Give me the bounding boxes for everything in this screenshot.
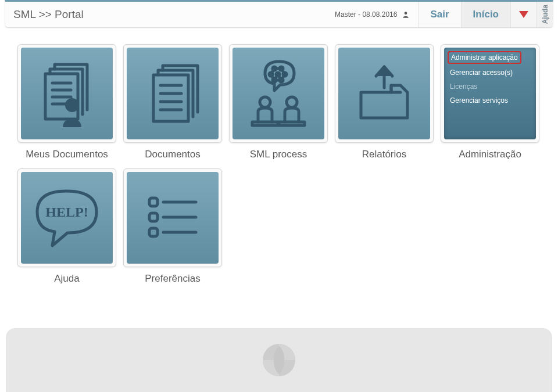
breadcrumb: SML >> Portal xyxy=(5,2,92,27)
svg-rect-28 xyxy=(279,122,305,125)
svg-point-0 xyxy=(405,12,407,15)
svg-rect-34 xyxy=(149,228,158,236)
preferences-icon xyxy=(138,183,208,253)
tile-administracao[interactable]: Administrar aplicação Gerenciar acesso(s… xyxy=(441,44,539,143)
tile-label: SML process xyxy=(250,149,307,160)
svg-text:HELP!: HELP! xyxy=(45,204,88,220)
footer-logo-icon xyxy=(262,343,296,377)
tile-label: Relatórios xyxy=(362,149,407,160)
chevron-down-icon xyxy=(519,11,528,18)
user-badge: Master - 08.08.2016 xyxy=(327,2,418,27)
admin-menu: Administrar aplicação Gerenciar acesso(s… xyxy=(444,48,536,139)
admin-item-licencas[interactable]: Licenças xyxy=(448,81,480,92)
svg-point-27 xyxy=(287,97,297,107)
tile-label: Documentos xyxy=(145,149,200,160)
tile-relatorios[interactable] xyxy=(335,44,434,143)
svg-point-5 xyxy=(65,98,79,112)
logout-button[interactable]: Sair xyxy=(418,2,460,27)
admin-item-gerenciar-acessos[interactable]: Gerenciar acesso(s) xyxy=(448,67,515,78)
tile-ajuda[interactable]: HELP! xyxy=(17,168,116,267)
svg-rect-30 xyxy=(149,198,158,206)
tile-sml-process[interactable] xyxy=(229,44,328,143)
admin-item-administrar-aplicacao[interactable]: Administrar aplicação xyxy=(448,51,521,64)
tile-label: Ajuda xyxy=(54,273,79,285)
user-icon xyxy=(402,10,410,19)
footer xyxy=(6,328,552,392)
process-icon xyxy=(241,56,316,131)
user-label: Master - 08.08.2016 xyxy=(335,10,397,19)
admin-item-gerenciar-servicos[interactable]: Gerenciar serviços xyxy=(448,95,510,106)
app-header: SML >> Portal Master - 08.08.2016 Sair I… xyxy=(5,0,553,28)
svg-point-25 xyxy=(260,97,270,107)
documents-icon xyxy=(141,59,205,128)
help-tab-label: Ajuda xyxy=(541,5,549,24)
portal-grid: Meus Documentos Documentos xyxy=(0,28,558,290)
help-icon: HELP! xyxy=(29,183,105,253)
tile-label: Meus Documentos xyxy=(26,149,108,160)
tile-documentos[interactable] xyxy=(123,44,222,143)
reports-icon xyxy=(349,59,419,128)
my-documents-icon xyxy=(35,59,99,128)
svg-rect-32 xyxy=(149,213,158,221)
svg-rect-26 xyxy=(252,122,278,125)
header-dropdown-button[interactable] xyxy=(510,2,536,27)
tile-meus-documentos[interactable] xyxy=(17,44,116,143)
help-tab[interactable]: Ajuda xyxy=(536,2,553,27)
home-button[interactable]: Início xyxy=(461,2,510,27)
tile-label: Administração xyxy=(459,149,521,160)
tile-label: Preferências xyxy=(145,273,200,285)
tile-preferencias[interactable] xyxy=(123,168,222,267)
